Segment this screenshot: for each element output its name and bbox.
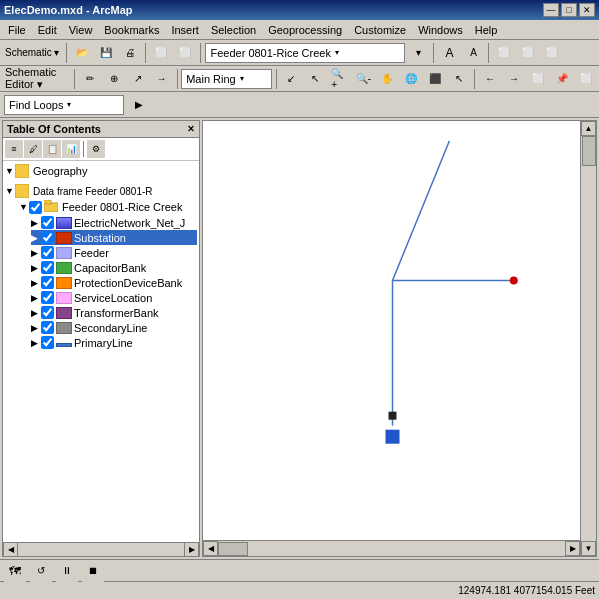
toolbar-btn-edit3[interactable]: ↗ [127,68,149,90]
toc-protection[interactable]: ▶ ProtectionDeviceBank [31,275,197,290]
nav-btn-extent[interactable]: ⬛ [424,68,446,90]
en-checkbox[interactable] [41,216,54,229]
cap-checkbox[interactable] [41,261,54,274]
map-area: ▲ ▼ ◀ ▶ [202,120,597,557]
nav-btn-misc3[interactable]: ⬜ [575,68,597,90]
nav-btn-misc[interactable]: ⬜ [527,68,549,90]
toc-options-btn[interactable]: ⚙ [87,140,105,158]
toc-close-btn[interactable]: ✕ [187,124,195,134]
toc-feeder[interactable]: ▶ Feeder [31,245,197,260]
nav-btn-forward[interactable]: → [503,68,525,90]
scroll-down-btn[interactable]: ▼ [581,541,596,556]
expand-icon-f[interactable]: ▶ [31,248,41,258]
sec-checkbox[interactable] [41,321,54,334]
menu-item-edit[interactable]: Edit [32,22,63,38]
toolbar-btn-print[interactable]: 🖨 [119,42,141,64]
prot-checkbox[interactable] [41,276,54,289]
expand-icon-feeder[interactable]: ▼ [19,202,29,212]
nav-btn-select[interactable]: ↖ [448,68,470,90]
schematic-editor-dropdown-btn[interactable]: Schematic Editor ▾ [2,68,70,90]
toc-feeder0801[interactable]: ▼ Feeder 0801-Rice Creek [19,199,197,215]
toolbar-btn-save[interactable]: 💾 [95,42,117,64]
expand-icon[interactable]: ▼ [5,166,15,176]
minimize-button[interactable]: — [543,3,559,17]
toc-primary[interactable]: ▶ PrimaryLine [31,335,197,350]
feeder2-checkbox[interactable] [41,246,54,259]
feeder-arrow-btn[interactable]: ▾ [407,42,429,64]
toolbar-btn-misc[interactable]: ⬜ [493,42,515,64]
expand-icon-sec[interactable]: ▶ [31,323,41,333]
expand-icon-df[interactable]: ▼ [5,186,15,196]
toc-geography[interactable]: ▼ Geography [5,163,197,179]
toc-dataframe[interactable]: ▼ Data frame Feeder 0801-R [5,183,197,199]
toc-draw-btn[interactable]: 🖊 [24,140,42,158]
sub-checkbox[interactable] [41,231,54,244]
find-loops-go-btn[interactable]: ▶ [128,94,150,116]
bottom-btn-pause[interactable]: ⏸ [56,560,78,582]
scroll-left-btn[interactable]: ◀ [203,541,218,556]
nav-btn-back[interactable]: ← [479,68,501,90]
expand-icon-sub[interactable]: ▶ [31,233,41,243]
expand-icon-cap[interactable]: ▶ [31,263,41,273]
menu-item-geoprocessing[interactable]: Geoprocessing [262,22,348,38]
menu-item-customize[interactable]: Customize [348,22,412,38]
prim-checkbox[interactable] [41,336,54,349]
menu-item-windows[interactable]: Windows [412,22,469,38]
nav-btn-zoom-out[interactable]: 🔍- [352,68,374,90]
toc-substation[interactable]: ▶ Substation [31,230,197,245]
scroll-up-btn[interactable]: ▲ [581,121,596,136]
toc-scroll-right[interactable]: ▶ [184,542,199,557]
toc-src-btn[interactable]: 📋 [43,140,61,158]
toc-list-btn[interactable]: ≡ [5,140,23,158]
toc-electricnetwork[interactable]: ▶ ElectricNetwork_Net_J [31,215,197,230]
expand-icon-prim[interactable]: ▶ [31,338,41,348]
toolbar-btn-misc3[interactable]: ⬜ [541,42,563,64]
expand-icon-trans[interactable]: ▶ [31,308,41,318]
toolbar-btn-4[interactable]: ⬜ [174,42,196,64]
toolbar-btn-A2[interactable]: A [462,42,484,64]
trans-checkbox[interactable] [41,306,54,319]
bottom-btn-stop[interactable]: ⏹ [82,560,104,582]
toolbar-btn-misc2[interactable]: ⬜ [517,42,539,64]
nav-btn-pan[interactable]: ✋ [376,68,398,90]
toolbar-btn-edit2[interactable]: ⊕ [103,68,125,90]
menu-item-bookmarks[interactable]: Bookmarks [98,22,165,38]
toolbar-btn-open[interactable]: 📂 [71,42,93,64]
main-ring-dropdown[interactable]: Main Ring ▾ [181,69,271,89]
menu-item-help[interactable]: Help [469,22,504,38]
feeder-dropdown[interactable]: Feeder 0801-Rice Creek ▾ [205,43,405,63]
toolbar-btn-edit4[interactable]: → [151,68,173,90]
schematic-dropdown-btn[interactable]: Schematic ▾ [2,42,62,64]
nav-btn-misc2[interactable]: 📌 [551,68,573,90]
maximize-button[interactable]: □ [561,3,577,17]
nav-btn-2[interactable]: ↖ [304,68,326,90]
expand-icon-prot[interactable]: ▶ [31,278,41,288]
toolbar-btn-A[interactable]: A [438,42,460,64]
bottom-btn-1[interactable]: 🗺 [4,560,26,582]
menu-item-insert[interactable]: Insert [165,22,205,38]
toc-service[interactable]: ▶ ServiceLocation [31,290,197,305]
toc-transformer[interactable]: ▶ TransformerBank [31,305,197,320]
menu-item-view[interactable]: View [63,22,99,38]
menu-item-file[interactable]: File [2,22,32,38]
scroll-right-btn[interactable]: ▶ [565,541,580,556]
nav-btn-1[interactable]: ↙ [280,68,302,90]
nav-btn-globe[interactable]: 🌐 [400,68,422,90]
toolbar-btn-edit1[interactable]: ✏ [79,68,101,90]
v-scroll-thumb[interactable] [582,136,596,166]
menu-item-selection[interactable]: Selection [205,22,262,38]
toc-secondary[interactable]: ▶ SecondaryLine [31,320,197,335]
bottom-btn-2[interactable]: ↺ [30,560,52,582]
toc-sel-btn[interactable]: 📊 [62,140,80,158]
expand-icon-en[interactable]: ▶ [31,218,41,228]
expand-icon-svc[interactable]: ▶ [31,293,41,303]
nav-btn-zoom-in[interactable]: 🔍+ [328,68,350,90]
h-scroll-thumb[interactable] [218,542,248,556]
toc-scroll-left[interactable]: ◀ [3,542,18,557]
toc-capacitor[interactable]: ▶ CapacitorBank [31,260,197,275]
find-loops-dropdown[interactable]: Find Loops ▾ [4,95,124,115]
close-button[interactable]: ✕ [579,3,595,17]
toolbar-btn-3[interactable]: ⬜ [150,42,172,64]
svc-checkbox[interactable] [41,291,54,304]
feeder-checkbox[interactable] [29,201,42,214]
